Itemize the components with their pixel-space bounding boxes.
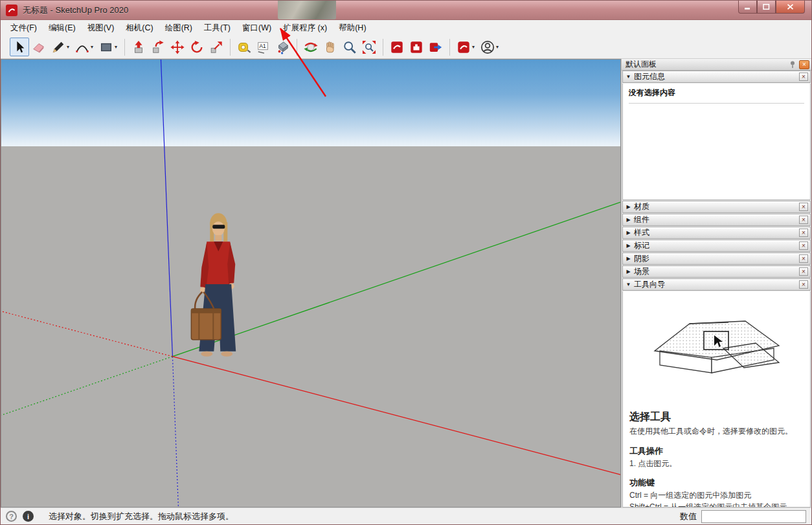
close-section-button[interactable]: × bbox=[799, 73, 808, 81]
zoom-extents-button[interactable] bbox=[359, 38, 379, 56]
close-button[interactable] bbox=[776, 1, 805, 14]
orbit-tool-button[interactable] bbox=[301, 38, 321, 56]
measurements-input[interactable] bbox=[701, 510, 806, 523]
pushpull-icon bbox=[131, 40, 146, 54]
geolocation-help-icon[interactable]: ? bbox=[6, 511, 17, 522]
sketchup-help-button[interactable] bbox=[454, 38, 473, 56]
section-label: 材质 bbox=[634, 201, 649, 212]
arc-icon bbox=[75, 40, 89, 54]
zoom-tool-button[interactable] bbox=[340, 38, 359, 56]
expand-arrow-icon[interactable]: ▶ bbox=[623, 256, 634, 262]
panel-close-button[interactable]: × bbox=[799, 60, 809, 69]
rectangle-icon bbox=[99, 40, 113, 54]
close-section-button[interactable]: × bbox=[799, 241, 808, 250]
close-section-button[interactable]: × bbox=[799, 254, 808, 263]
titlebar[interactable]: 无标题 - SketchUp Pro 2020 bbox=[1, 1, 811, 20]
menu-extensions[interactable]: 扩展程序 (x) bbox=[277, 21, 333, 36]
menu-edit[interactable]: 编辑(E) bbox=[43, 21, 82, 36]
pushpull-tool-button[interactable] bbox=[129, 38, 148, 56]
pin-icon[interactable] bbox=[789, 60, 796, 69]
panel-header[interactable]: 默认面板 × bbox=[622, 59, 811, 71]
text-tool-button[interactable]: A1 bbox=[254, 38, 273, 56]
window-title: 无标题 - SketchUp Pro 2020 bbox=[23, 5, 128, 16]
section-label: 组件 bbox=[634, 214, 649, 225]
menu-camera[interactable]: 相机(C) bbox=[120, 21, 159, 36]
section-label: 样式 bbox=[634, 227, 649, 238]
drawing-viewport[interactable] bbox=[1, 59, 621, 508]
collapse-arrow-icon[interactable]: ▼ bbox=[623, 282, 634, 287]
menubar: 文件(F) 编辑(E) 视图(V) 相机(C) 绘图(R) 工具(T) 窗口(W… bbox=[1, 20, 811, 36]
menu-window[interactable]: 窗口(W) bbox=[236, 21, 277, 36]
expand-arrow-icon[interactable]: ▶ bbox=[623, 204, 634, 210]
share-model-icon bbox=[429, 40, 443, 54]
toolbar-separator bbox=[124, 39, 125, 56]
section-tags[interactable]: ▶ 标记 × bbox=[622, 240, 811, 252]
menu-draw[interactable]: 绘图(R) bbox=[159, 21, 198, 36]
3d-warehouse-button[interactable] bbox=[387, 38, 407, 56]
section-materials[interactable]: ▶ 材质 × bbox=[622, 201, 811, 213]
orbit-icon bbox=[304, 40, 318, 54]
paint-bucket-tool-button[interactable] bbox=[273, 38, 293, 56]
3d-warehouse-icon bbox=[390, 40, 404, 54]
section-styles[interactable]: ▶ 样式 × bbox=[622, 227, 811, 239]
rotate-tool-button[interactable] bbox=[187, 38, 207, 56]
instructor-key-ctrl: Ctrl = 向一组选定的图元中添加图元 bbox=[629, 491, 804, 500]
close-section-button[interactable]: × bbox=[799, 216, 808, 224]
section-scenes[interactable]: ▶ 场景 × bbox=[622, 265, 811, 278]
rotate-icon bbox=[190, 40, 204, 54]
menu-view[interactable]: 视图(V) bbox=[82, 21, 120, 36]
info-toggle-icon[interactable]: i bbox=[23, 511, 34, 522]
line-tool-caret-icon[interactable]: ▾ bbox=[67, 44, 73, 50]
arc-tool-button[interactable] bbox=[73, 38, 92, 56]
sketchup-logo-icon bbox=[6, 5, 17, 16]
toolbar-separator bbox=[449, 39, 450, 56]
section-instructor[interactable]: ▼ 工具向导 × bbox=[622, 278, 811, 291]
expand-arrow-icon[interactable]: ▶ bbox=[623, 269, 634, 274]
pan-tool-button[interactable] bbox=[321, 38, 340, 56]
toolbar-separator bbox=[383, 39, 383, 56]
zoom-icon bbox=[343, 40, 357, 54]
section-components[interactable]: ▶ 组件 × bbox=[622, 214, 811, 226]
followme-tool-button[interactable] bbox=[148, 38, 168, 56]
expand-arrow-icon[interactable]: ▶ bbox=[623, 243, 634, 249]
zoom-extents-icon bbox=[362, 40, 376, 54]
section-entity-info[interactable]: ▼ 图元信息 × bbox=[622, 71, 811, 83]
toolbar-separator bbox=[230, 39, 231, 56]
entity-info-content: 没有选择内容 bbox=[622, 84, 811, 200]
select-tool-button[interactable] bbox=[10, 38, 29, 56]
close-section-button[interactable]: × bbox=[799, 267, 808, 276]
expand-arrow-icon[interactable]: ▶ bbox=[623, 217, 634, 223]
account-button[interactable] bbox=[478, 38, 497, 56]
close-section-button[interactable]: × bbox=[799, 203, 808, 211]
paint-bucket-icon bbox=[276, 40, 290, 54]
scene-svg bbox=[1, 60, 620, 507]
section-label: 场景 bbox=[634, 266, 649, 277]
collapse-arrow-icon[interactable]: ▼ bbox=[623, 74, 634, 80]
menu-help[interactable]: 帮助(H) bbox=[333, 21, 372, 36]
model-person[interactable] bbox=[191, 213, 236, 356]
share-model-button[interactable] bbox=[426, 38, 445, 56]
help-caret-icon[interactable]: ▾ bbox=[472, 44, 478, 50]
shape-tool-caret-icon[interactable]: ▾ bbox=[115, 44, 120, 50]
close-section-button[interactable]: × bbox=[799, 280, 808, 289]
expand-arrow-icon[interactable]: ▶ bbox=[623, 230, 634, 236]
instructor-key-shift-ctrl: Shift+Ctrl = 从一组选定的图元中去掉某个图元 bbox=[629, 502, 804, 508]
line-tool-button[interactable] bbox=[49, 38, 68, 56]
toolbar: ▾ ▾ ▾ A1 bbox=[1, 36, 811, 59]
shape-tool-button[interactable] bbox=[96, 38, 116, 56]
window-controls bbox=[738, 1, 805, 14]
account-caret-icon[interactable]: ▾ bbox=[496, 44, 502, 50]
extension-warehouse-button[interactable] bbox=[407, 38, 426, 56]
menu-file[interactable]: 文件(F) bbox=[5, 21, 43, 36]
eraser-tool-button[interactable] bbox=[29, 38, 49, 56]
tape-measure-tool-button[interactable] bbox=[234, 38, 254, 56]
scale-tool-button[interactable] bbox=[207, 38, 226, 56]
section-label: 图元信息 bbox=[634, 71, 665, 82]
menu-tools[interactable]: 工具(T) bbox=[198, 21, 236, 36]
minimize-button[interactable] bbox=[738, 1, 757, 14]
section-shadows[interactable]: ▶ 阴影 × bbox=[622, 252, 811, 265]
close-section-button[interactable]: × bbox=[799, 229, 808, 237]
maximize-button[interactable] bbox=[757, 1, 776, 14]
move-tool-button[interactable] bbox=[168, 38, 187, 56]
arc-tool-caret-icon[interactable]: ▾ bbox=[91, 44, 96, 50]
